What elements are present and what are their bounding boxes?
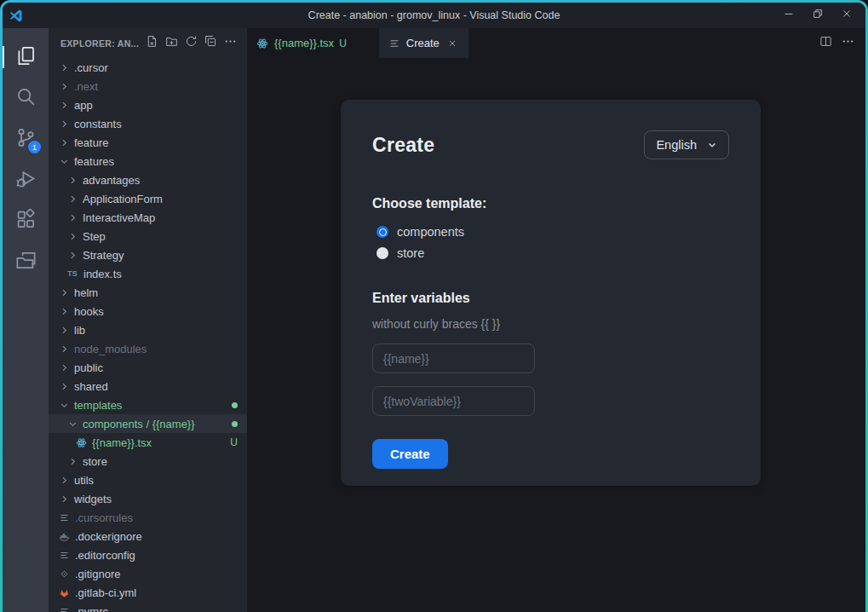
tree-item-label: templates — [74, 399, 122, 412]
tree-item[interactable]: Step — [49, 227, 247, 245]
tree-item[interactable]: advantages — [49, 170, 247, 189]
new-folder-button[interactable] — [163, 35, 180, 52]
chevron-right-icon — [57, 379, 71, 393]
new-file-button[interactable] — [143, 35, 160, 52]
tree-item-label: constants — [74, 118, 122, 130]
react-icon — [256, 37, 269, 50]
close-button[interactable] — [835, 5, 859, 26]
explorer-actions — [143, 35, 239, 52]
tree-item[interactable]: .cursor — [49, 58, 247, 77]
tree-item[interactable]: .cursorrules — [49, 508, 247, 527]
tree-item-label: .gitignore — [75, 568, 120, 580]
restore-button[interactable] — [806, 5, 830, 26]
close-tab-button[interactable] — [445, 36, 460, 51]
tab-git-badge: U — [339, 38, 347, 49]
chevron-right-icon — [57, 117, 71, 130]
radio-selected-icon[interactable] — [377, 226, 388, 238]
tree-item[interactable]: node_modules — [49, 339, 247, 358]
tree-item[interactable]: feature — [49, 133, 247, 152]
activity-item-extensions[interactable] — [3, 200, 49, 241]
tree-item[interactable]: app — [49, 95, 247, 114]
git-file-icon — [57, 567, 71, 580]
tree-item[interactable]: templates — [49, 395, 247, 414]
template-option-components[interactable]: components — [372, 225, 729, 239]
refresh-button[interactable] — [182, 35, 199, 52]
tab--name-tsx[interactable]: {{name}}.tsxU — [247, 28, 379, 58]
tree-item[interactable]: features — [49, 152, 247, 170]
vscode-logo-icon[interactable] — [3, 9, 28, 23]
tree-item[interactable]: hooks — [49, 302, 247, 320]
tree-item-label: node_modules — [74, 343, 147, 355]
collapse-all-button[interactable] — [202, 35, 219, 52]
chevron-down-icon — [57, 398, 71, 412]
tab-label: {{name}}.tsx — [274, 37, 334, 49]
typescript-file-icon: TS — [66, 267, 79, 280]
webview-title: Create — [372, 134, 434, 157]
language-select[interactable]: English — [644, 130, 729, 159]
list-file-icon — [57, 604, 71, 612]
collapse-all-icon — [204, 35, 217, 51]
tree-item[interactable]: lib — [49, 320, 247, 339]
tree-item[interactable]: TSindex.ts — [49, 264, 247, 283]
language-select-value: English — [656, 138, 697, 152]
tree-item[interactable]: .gitignore — [49, 564, 247, 583]
more-actions-button[interactable] — [838, 34, 857, 53]
file-tree: .cursor.nextappconstantsfeaturefeaturesa… — [49, 58, 247, 612]
tree-item[interactable]: components / {{name}} — [49, 414, 247, 433]
tree-item[interactable]: shared — [49, 377, 247, 395]
tree-item[interactable]: store — [49, 452, 247, 471]
chevron-right-icon — [66, 248, 79, 262]
create-button[interactable]: Create — [372, 439, 448, 469]
tree-item-label: helm — [74, 286, 98, 299]
activity-item-run-debug[interactable] — [3, 159, 49, 200]
chevron-down-icon — [66, 417, 79, 430]
minimize-button[interactable] — [777, 5, 801, 26]
more-icon — [842, 35, 854, 51]
minimize-icon — [783, 8, 795, 23]
tab-label: Create — [406, 37, 440, 49]
tree-item[interactable]: .dockerignore — [49, 527, 247, 546]
template-option-store[interactable]: store — [372, 246, 729, 260]
split-editor-button[interactable] — [816, 34, 835, 53]
activity-item-explorer[interactable] — [3, 37, 49, 78]
tree-item[interactable]: InteractiveMap — [49, 208, 247, 227]
editor-actions — [816, 28, 865, 58]
tree-item[interactable]: widgets — [49, 489, 247, 508]
tree-item[interactable]: .gitlab-ci.yml — [49, 583, 247, 602]
react-file-icon — [74, 436, 88, 449]
tree-item[interactable]: helm — [49, 283, 247, 302]
activity-item-folders[interactable] — [3, 241, 49, 282]
activity-item-source-control[interactable]: 1 — [3, 118, 49, 159]
tree-item[interactable]: Strategy — [49, 245, 247, 264]
tree-item-label: widgets — [74, 493, 112, 505]
tree-item[interactable]: constants — [49, 114, 247, 133]
tree-item-label: .editorconfig — [75, 549, 135, 562]
chevron-right-icon — [57, 61, 71, 74]
tree-item-label: advantages — [83, 174, 140, 187]
chevron-right-icon — [57, 342, 71, 355]
tree-item[interactable]: {{name}}.tsxU — [49, 433, 247, 452]
debug-icon — [15, 168, 37, 193]
more-actions-button[interactable] — [221, 35, 239, 52]
variable-input-1[interactable] — [372, 344, 535, 373]
tree-item-label: shared — [74, 380, 108, 393]
variable-input-2[interactable] — [372, 386, 535, 416]
tree-item[interactable]: .next — [49, 77, 247, 95]
tree-item-label: ApplicationForm — [83, 193, 163, 205]
tree-item[interactable]: .editorconfig — [49, 546, 247, 564]
list-file-icon — [57, 548, 71, 562]
create-webview-panel: Create English Choose template: componen… — [341, 100, 761, 486]
tree-item-label: InteractiveMap — [83, 211, 155, 224]
tab-create[interactable]: Create — [379, 28, 468, 58]
tree-item-label: store — [83, 455, 107, 468]
chevron-right-icon — [66, 229, 79, 243]
vscode-window: Create - anabion - gromov_linux - Visual… — [3, 3, 865, 612]
list-file-icon — [57, 511, 71, 524]
tree-item[interactable]: .nvmrc — [49, 602, 247, 612]
tree-item[interactable]: utils — [49, 471, 247, 489]
chevron-right-icon — [57, 473, 71, 487]
tree-item[interactable]: ApplicationForm — [49, 189, 247, 208]
tree-item[interactable]: public — [49, 358, 247, 377]
activity-item-search[interactable] — [3, 78, 49, 118]
radio-unselected-icon[interactable] — [377, 247, 388, 259]
